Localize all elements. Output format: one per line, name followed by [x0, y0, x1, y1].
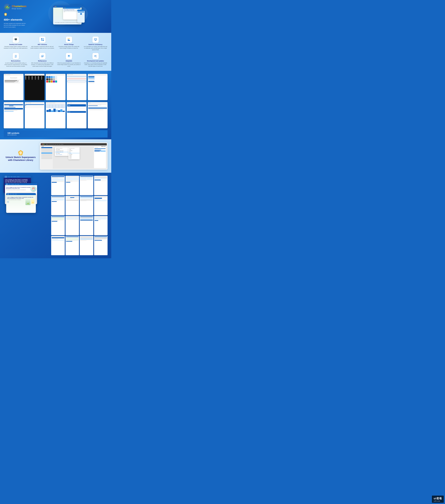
svg-rect-31 — [15, 57, 16, 57]
svg-rect-17 — [68, 38, 68, 39]
hero-section: Chameleon Design System 400+ elements 34… — [0, 0, 111, 33]
stat-count2: and components — [7, 134, 19, 136]
hero-left: Chameleon Design System 400+ elements 34… — [4, 4, 28, 28]
sketch-badge-icon — [4, 13, 7, 16]
feature-title-2: Atomic Design — [57, 44, 81, 45]
consistency-icon — [93, 36, 99, 43]
feature-title-5: Multipurpose — [30, 60, 54, 62]
feature-desc-7: Chameleon is a constantly growing and up… — [83, 62, 108, 67]
elements-icon — [39, 36, 45, 43]
feature-desc-3: Use Chameleon as a Library, and enable b… — [83, 46, 108, 51]
phone-mockup — [77, 10, 85, 23]
feature-item-multipurpose: Multipurpose With Chameleon you can crea… — [30, 53, 54, 67]
feature-title-0: Desktop and mobile — [4, 44, 28, 45]
wireframe-13 — [51, 236, 65, 255]
svg-rect-20 — [68, 39, 69, 40]
demo-screens-stack: Home About Services Contact I am so happ… — [4, 176, 49, 210]
feature-title-4: Best practices — [4, 60, 28, 62]
feature-title-3: Build for consistency — [83, 44, 108, 45]
stat-count1: 340 symbols — [7, 132, 19, 134]
feature-title-6: Adaptable — [57, 60, 81, 62]
svg-rect-18 — [69, 38, 69, 39]
svg-rect-32 — [16, 56, 17, 57]
sketch-library-dropdown: TEMPLATES SKETCH iOS UI Design Chameleon… — [55, 147, 69, 156]
wireframe-9 — [51, 216, 65, 235]
feature-desc-2: Chameleon Design System was created with… — [57, 46, 81, 49]
svg-point-7 — [7, 6, 8, 7]
svg-point-9 — [6, 7, 7, 8]
multipurpose-icon — [39, 53, 45, 59]
menu-layer: Layer — [55, 144, 56, 145]
hero-element-count: 400+ elements — [4, 18, 28, 21]
svg-point-5 — [9, 6, 9, 6]
typography-display: Assistant — [4, 76, 23, 79]
sketch-canvas-area: Molecules TEMPLATES SKETCH iOS UI Design… — [53, 145, 107, 169]
wireframe-6 — [66, 196, 79, 215]
cards-label: Cards — [70, 103, 72, 103]
selected-library: Chameleon Design System — [55, 151, 69, 153]
hero-mockups: ▶ I am so happy, my dear friend. A wonde… — [28, 5, 108, 27]
feature-item-practices: Best practices 4x and 8x dp grid for bes… — [4, 53, 28, 67]
svg-point-8 — [7, 7, 8, 8]
wireframe-7 — [80, 196, 93, 215]
svg-rect-23 — [95, 39, 96, 40]
sketch-left: Unlock Sketch Superpowers with Chameleon… — [4, 143, 37, 170]
cards-card: Cards — [67, 102, 87, 128]
sketch-right: Sketch File Edit Insert Layer Text View … — [40, 143, 108, 170]
navigation-card: Navigation — [4, 102, 23, 128]
wireframe-8 — [94, 196, 108, 215]
feature-desc-5: With Chameleon you can create a lot of d… — [30, 62, 54, 67]
components-section: Typography Assistant Icons — [0, 71, 111, 140]
components-grid-row2: Navigation Dat — [4, 102, 108, 128]
svg-rect-13 — [41, 38, 42, 39]
brand-name: Chameleon — [12, 5, 26, 8]
colors-label: Colors — [49, 74, 51, 75]
demo-screen-white2: Home About Work I am so happy, my dear f… — [6, 193, 36, 213]
svg-rect-40 — [69, 56, 70, 57]
wireframe-4 — [94, 176, 108, 195]
wireframe-12 — [94, 216, 108, 235]
chameleon-logo-icon — [4, 4, 11, 11]
svg-rect-38 — [69, 55, 70, 56]
svg-rect-15 — [41, 40, 42, 41]
menu-sketch: Sketch — [46, 144, 48, 145]
feature-item-adaptable: Adaptable Follow the proposed patterns o… — [57, 53, 81, 67]
buttons-card: Buttons — [88, 74, 108, 100]
wireframe-15 — [80, 236, 93, 255]
sketch-title: Unlock Sketch Superpowers with Chameleon… — [4, 156, 37, 162]
feature-desc-4: 4x and 8x dp grid for best possible scal… — [4, 62, 28, 67]
menu-insert: Insert — [52, 144, 54, 145]
feature-item-desktop: 🖥️ Desktop and mobile Chameleon Design S… — [4, 36, 28, 51]
feature-item-updates: Development and updates Chameleon is a c… — [83, 53, 108, 67]
nav-item-2: About — [11, 176, 13, 177]
wireframe-11 — [80, 216, 93, 235]
text-inputs-label: Text inputs — [70, 74, 73, 75]
svg-rect-39 — [68, 56, 69, 57]
navigation-label: Navigation — [7, 103, 10, 103]
sketch-screenshot: Sketch File Edit Insert Layer Text View … — [40, 143, 108, 170]
typography-label: Typography — [7, 74, 10, 75]
updates-icon — [93, 53, 99, 59]
brand-subtitle: Design System — [12, 8, 26, 9]
feature-item-atomic: Atomic Design Chameleon Design System wa… — [57, 36, 81, 51]
show-all-components: Show All Components... — [55, 154, 69, 155]
feature-item-consistency: Build for consistency Use Chameleon as a… — [83, 36, 108, 51]
atomic-icon — [66, 36, 72, 43]
features-grid-bottom: Best practices 4x and 8x dp grid for bes… — [4, 53, 108, 67]
svg-rect-14 — [43, 38, 44, 39]
scroll-down-icon[interactable]: ▼ — [7, 201, 9, 203]
hero-description: 340 basic symbols and components with 60… — [4, 23, 26, 28]
colors-card: Colors — [46, 74, 66, 100]
menu-edit: Edit — [50, 144, 52, 145]
demo-right — [51, 176, 108, 255]
data-tables-card: Data tables — [25, 102, 44, 128]
feature-desc-0: Chameleon Design System contains symbols… — [4, 46, 28, 49]
mockup-stack: ▶ I am so happy, my dear friend. A wonde… — [51, 5, 85, 27]
buttons-label: Buttons — [91, 74, 93, 75]
svg-rect-37 — [68, 55, 69, 56]
menu-view: View — [59, 144, 60, 145]
sketch-submenu: Add grid fractions Colors Dropdowns Tabs… — [69, 147, 80, 159]
wireframe-5 — [51, 196, 65, 215]
nav-item-4: Contact — [17, 176, 19, 177]
menu-window: Window — [61, 144, 63, 145]
